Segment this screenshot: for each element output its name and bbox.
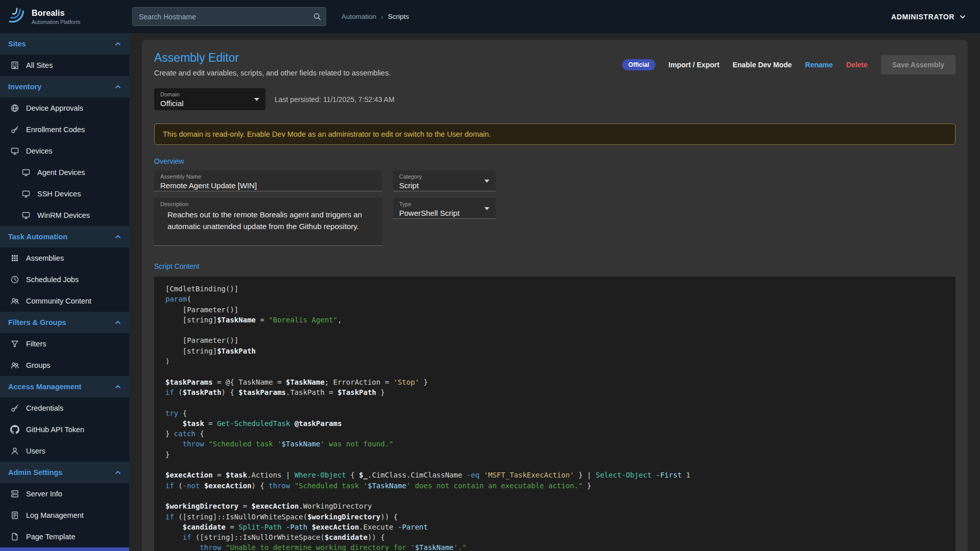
description-field[interactable]: Description Reaches out to the remote Bo…: [154, 198, 382, 246]
people-icon: [10, 361, 19, 370]
monitor-icon: [21, 211, 31, 220]
sidebar-item-page-template[interactable]: Page Template: [0, 526, 129, 547]
sidebar-section-label: Filters & Groups: [8, 318, 66, 327]
header-actions: Official Import / Export Enable Dev Mode…: [622, 55, 955, 74]
sidebar-item-label: Server Info: [26, 490, 62, 498]
sidebar-section-admin-settings[interactable]: Admin Settings: [0, 462, 129, 483]
code-line: [165, 460, 944, 470]
official-domain-badge: Official: [622, 59, 655, 70]
assembly-name-field[interactable]: Assembly Name Remote Agent Update [WIN]: [154, 170, 382, 191]
assembly-name-label: Assembly Name: [160, 173, 376, 180]
overview-section-label: Overview: [154, 157, 955, 165]
sidebar-item-label: Groups: [26, 361, 51, 369]
page: Borealis Automation Platform Automation …: [0, 0, 980, 551]
script-content-label: Script Content: [154, 262, 955, 270]
sidebar-section-label: Admin Settings: [8, 468, 62, 477]
dropdown-caret-icon: [484, 207, 489, 210]
chevron-up-icon: [114, 318, 122, 327]
sidebar-item-label: Devices: [26, 147, 53, 155]
sidebar-item-agent-devices[interactable]: Agent Devices: [0, 162, 129, 183]
chevron-up-icon: [114, 40, 122, 48]
code-line: [165, 325, 944, 335]
code-line: $execAction = $task.Actions | Where-Obje…: [165, 470, 944, 480]
description-label: Description: [160, 201, 376, 207]
sidebar-section-access-management[interactable]: Access Management: [0, 376, 129, 397]
sidebar-item-log-management[interactable]: Log Management: [0, 505, 129, 526]
assembly-name-value: Remote Agent Update [WIN]: [160, 181, 376, 190]
sidebar-item-label: Device Approvals: [26, 104, 83, 112]
sidebar-section-label: Access Management: [8, 383, 81, 391]
code-line: } catch {: [165, 429, 944, 439]
domain-value: Official: [160, 99, 259, 108]
sidebar-item-label: GitHub API Token: [26, 425, 84, 434]
sidebar-section-label: Task Automation: [8, 233, 67, 241]
readonly-warning-banner: This domain is read-only. Enable Dev Mod…: [154, 123, 955, 145]
sidebar-section-filters-groups[interactable]: Filters & Groups: [0, 312, 129, 333]
type-label: Type: [399, 201, 489, 207]
person-icon: [10, 446, 19, 456]
dropdown-caret-icon: [484, 180, 489, 183]
sidebar-item-filters[interactable]: Filters: [0, 333, 129, 355]
sidebar-item-all-sites[interactable]: All Sites: [0, 55, 129, 76]
code-content: [CmdletBinding()]param( [Parameter()] [s…: [165, 284, 944, 551]
search-input[interactable]: [132, 7, 326, 26]
script-editor[interactable]: [CmdletBinding()]param( [Parameter()] [s…: [154, 277, 955, 551]
sidebar-item-community-content[interactable]: Community Content: [0, 290, 129, 312]
sidebar-section-inventory[interactable]: Inventory: [0, 76, 129, 97]
save-assembly-button[interactable]: Save Assembly: [881, 55, 955, 74]
sidebar-item-label: Scheduled Jobs: [26, 276, 79, 284]
enable-dev-mode-button[interactable]: Enable Dev Mode: [732, 61, 792, 69]
sidebar-item-label: Filters: [26, 340, 46, 348]
monitor-icon: [21, 168, 31, 177]
sidebar-item-groups[interactable]: Groups: [0, 355, 129, 376]
monitor-icon: [10, 146, 19, 156]
sidebar-item-label: Log Management: [26, 511, 84, 519]
sidebar-item-device-approvals[interactable]: Device Approvals: [0, 97, 129, 119]
topbar: Borealis Automation Platform Automation …: [0, 0, 980, 33]
chevron-up-icon: [114, 468, 122, 477]
code-line: [Parameter()]: [165, 305, 944, 315]
overview-form: Assembly Name Remote Agent Update [WIN] …: [154, 170, 955, 246]
user-menu-button[interactable]: ADMINISTRATOR: [891, 13, 967, 21]
domain-select[interactable]: Domain Official: [154, 88, 265, 110]
sidebar-section-sites[interactable]: Sites: [0, 33, 129, 55]
code-line: [Parameter()]: [165, 335, 944, 345]
sidebar-item-devices[interactable]: Devices: [0, 140, 129, 162]
sidebar-item-enrollment-codes[interactable]: Enrollment Codes: [0, 119, 129, 140]
sidebar-item-github-api-token[interactable]: GitHub API Token: [0, 419, 129, 440]
sidebar-item-users[interactable]: Users: [0, 440, 129, 462]
user-label: ADMINISTRATOR: [891, 13, 954, 21]
type-select[interactable]: Type PowerShell Script: [393, 198, 496, 219]
sidebar-item-label: Agent Devices: [37, 168, 85, 177]
sidebar: SitesAll SitesInventoryDevice ApprovalsE…: [0, 33, 129, 551]
borealis-logo-icon: [6, 6, 27, 28]
code-line: }: [165, 449, 944, 460]
category-select[interactable]: Category Script: [393, 170, 496, 191]
sidebar-item-server-info[interactable]: Server Info: [0, 483, 129, 505]
import-export-button[interactable]: Import / Export: [669, 61, 720, 69]
breadcrumb-item-automation[interactable]: Automation: [341, 13, 376, 20]
sidebar-item-credentials[interactable]: Credentials: [0, 397, 129, 419]
sidebar-item-assemblies[interactable]: Assemblies: [0, 247, 129, 269]
domain-label: Domain: [160, 91, 259, 97]
brand[interactable]: Borealis Automation Platform: [0, 6, 129, 28]
sidebar-section-task-automation[interactable]: Task Automation: [0, 226, 129, 247]
code-line: if ([string]::IsNullOrWhiteSpace($candid…: [165, 532, 944, 542]
rename-button[interactable]: Rename: [805, 61, 832, 69]
dropdown-caret-icon: [254, 98, 259, 101]
last-persisted-text: Last persisted: 11/1/2025, 7:52:43 AM: [275, 95, 395, 104]
category-value: Script: [399, 181, 489, 190]
card-header: Assembly Editor Create and edit variable…: [154, 51, 955, 77]
sidebar-section-label: Inventory: [8, 83, 41, 91]
delete-button[interactable]: Delete: [846, 61, 868, 69]
page-subtitle: Create and edit variables, scripts, and …: [154, 69, 390, 77]
clock-icon: [10, 275, 19, 284]
sidebar-item-label: SSH Devices: [37, 190, 81, 198]
sidebar-item-winrm-devices[interactable]: WinRM Devices: [0, 205, 129, 226]
breadcrumb-item-scripts[interactable]: Scripts: [388, 13, 409, 20]
sidebar-item-scheduled-jobs[interactable]: Scheduled Jobs: [0, 269, 129, 290]
sidebar-item-ssh-devices[interactable]: SSH Devices: [0, 183, 129, 205]
code-line: [165, 491, 944, 501]
chevron-down-icon: [959, 13, 967, 21]
sidebar-bottom-accent: [0, 547, 129, 551]
